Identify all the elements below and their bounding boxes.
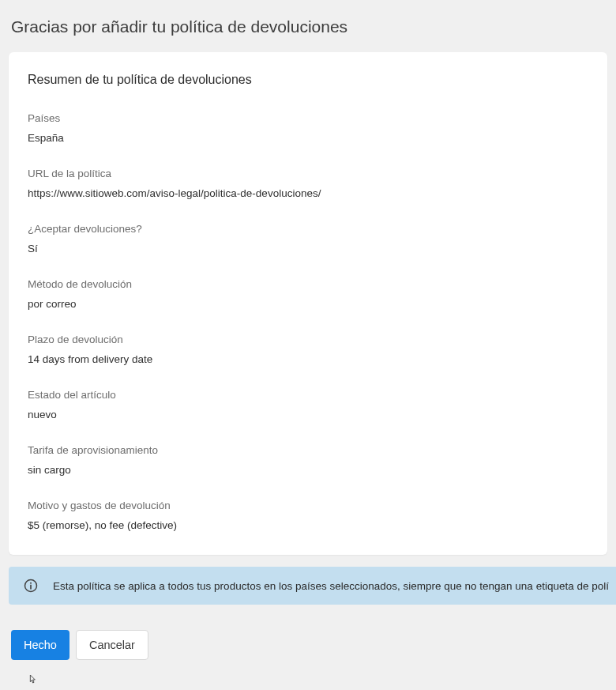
info-icon bbox=[23, 578, 39, 594]
field-countries: Países España bbox=[28, 112, 588, 144]
field-label-return-method: Método de devolución bbox=[28, 278, 588, 290]
card-title: Resumen de tu política de devoluciones bbox=[28, 73, 588, 87]
field-value-accept-returns: Sí bbox=[28, 243, 588, 255]
field-label-reason-costs: Motivo y gastos de devolución bbox=[28, 500, 588, 511]
svg-point-1 bbox=[30, 583, 32, 584]
field-value-provisioning-fee: sin cargo bbox=[28, 464, 588, 476]
cursor-pointer-icon bbox=[26, 673, 39, 686]
field-value-article-state: nuevo bbox=[28, 409, 588, 420]
field-provisioning-fee: Tarifa de aprovisionamiento sin cargo bbox=[28, 444, 588, 476]
field-value-reason-costs: $5 (remorse), no fee (defective) bbox=[28, 519, 588, 531]
field-return-period: Plazo de devolución 14 days from deliver… bbox=[28, 334, 588, 365]
button-row: Hecho Cancelar bbox=[11, 630, 616, 660]
svg-rect-2 bbox=[30, 585, 32, 590]
field-label-accept-returns: ¿Aceptar devoluciones? bbox=[28, 223, 588, 235]
info-text: Esta política se aplica a todos tus prod… bbox=[53, 580, 609, 592]
field-value-return-period: 14 days from delivery date bbox=[28, 353, 588, 365]
field-value-return-method: por correo bbox=[28, 298, 588, 310]
field-policy-url: URL de la política https://www.sitioweb.… bbox=[28, 168, 588, 199]
field-label-countries: Países bbox=[28, 112, 588, 124]
page-title: Gracias por añadir tu política de devolu… bbox=[0, 0, 616, 52]
summary-card: Resumen de tu política de devoluciones P… bbox=[9, 52, 607, 555]
field-label-article-state: Estado del artículo bbox=[28, 389, 588, 401]
field-value-policy-url: https://www.sitioweb.com/aviso-legal/pol… bbox=[28, 187, 588, 199]
field-label-provisioning-fee: Tarifa de aprovisionamiento bbox=[28, 444, 588, 456]
done-button[interactable]: Hecho bbox=[11, 630, 69, 660]
cancel-button[interactable]: Cancelar bbox=[76, 630, 148, 660]
field-return-method: Método de devolución por correo bbox=[28, 278, 588, 310]
info-banner: Esta política se aplica a todos tus prod… bbox=[9, 567, 616, 605]
field-reason-costs: Motivo y gastos de devolución $5 (remors… bbox=[28, 500, 588, 531]
field-value-countries: España bbox=[28, 132, 588, 144]
field-label-policy-url: URL de la política bbox=[28, 168, 588, 179]
field-label-return-period: Plazo de devolución bbox=[28, 334, 588, 345]
field-article-state: Estado del artículo nuevo bbox=[28, 389, 588, 420]
field-accept-returns: ¿Aceptar devoluciones? Sí bbox=[28, 223, 588, 255]
